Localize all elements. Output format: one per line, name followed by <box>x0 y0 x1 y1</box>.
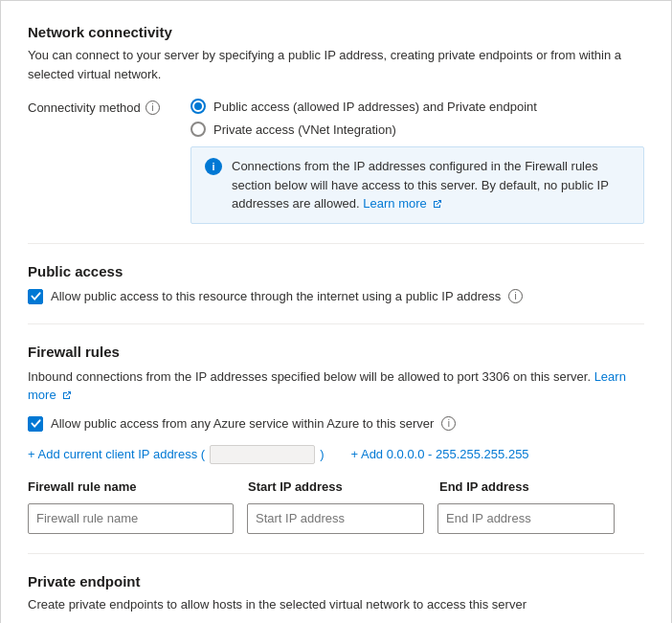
col-header-end: End IP address <box>439 479 631 494</box>
firewall-rule-name-input[interactable] <box>28 503 234 534</box>
client-ip-placeholder <box>210 445 315 464</box>
table-row <box>28 503 644 534</box>
col-header-start: Start IP address <box>248 479 439 494</box>
azure-service-label: Allow public access from any Azure servi… <box>51 416 434 431</box>
firewall-rules-desc: Inbound connections from the IP addresse… <box>28 367 644 405</box>
radio-public-label: Public access (allowed IP addresses) and… <box>213 100 537 114</box>
public-access-checkbox-label: Allow public access to this resource thr… <box>51 289 501 303</box>
network-connectivity-section: Network connectivity You can connect to … <box>28 24 644 224</box>
info-box-text: Connections from the IP addresses config… <box>232 157 630 213</box>
end-ip-address-input[interactable] <box>437 503 615 534</box>
checkmark-icon <box>31 291 41 301</box>
col-header-name: Firewall rule name <box>28 479 248 494</box>
firewall-rules-title: Firewall rules <box>28 344 644 360</box>
connectivity-method-row: Connectivity method i Public access (all… <box>28 99 644 137</box>
add-links-row: + Add current client IP address ( ) + Ad… <box>28 445 644 464</box>
azure-service-info-icon[interactable]: i <box>441 416 456 431</box>
radio-private[interactable] <box>190 122 206 137</box>
public-access-info-icon[interactable]: i <box>508 289 523 303</box>
info-box-learn-more-link[interactable]: Learn more <box>363 196 442 211</box>
add-range-link[interactable]: + Add 0.0.0.0 - 255.255.255.255 <box>350 447 528 461</box>
connectivity-method-info-icon[interactable]: i <box>146 100 160 115</box>
public-access-section: Public access Allow public access to thi… <box>28 263 644 304</box>
private-endpoint-section: Private endpoint Create private endpoint… <box>28 573 644 614</box>
table-headers: Firewall rule name Start IP address End … <box>28 479 644 498</box>
public-access-checkbox[interactable] <box>28 289 43 304</box>
start-ip-address-input[interactable] <box>247 503 424 534</box>
divider-2 <box>28 323 644 324</box>
info-box-icon: i <box>205 158 222 175</box>
private-endpoint-desc: Create private endpoints to allow hosts … <box>28 595 644 614</box>
public-access-checkbox-row: Allow public access to this resource thr… <box>28 289 644 304</box>
radio-option-private[interactable]: Private access (VNet Integration) <box>190 122 537 137</box>
radio-option-public[interactable]: Public access (allowed IP addresses) and… <box>190 99 537 114</box>
network-connectivity-desc: You can connect to your server by specif… <box>28 46 644 83</box>
divider-3 <box>28 553 644 554</box>
divider-1 <box>28 243 644 244</box>
add-client-ip-link[interactable]: + Add current client IP address ( ) <box>28 445 324 464</box>
azure-service-checkbox[interactable] <box>28 416 43 432</box>
azure-checkmark-icon <box>31 418 41 429</box>
connectivity-radio-group: Public access (allowed IP addresses) and… <box>190 99 537 137</box>
main-container: Network connectivity You can connect to … <box>0 0 672 623</box>
firewall-rules-section: Firewall rules Inbound connections from … <box>28 344 644 534</box>
radio-private-label: Private access (VNet Integration) <box>213 122 396 137</box>
info-box: i Connections from the IP addresses conf… <box>190 146 644 224</box>
network-connectivity-title: Network connectivity <box>28 24 644 40</box>
firewall-external-link-icon <box>61 390 72 401</box>
radio-public[interactable] <box>190 99 206 114</box>
external-link-icon <box>432 199 442 210</box>
connectivity-method-label: Connectivity method i <box>28 99 190 115</box>
azure-service-checkbox-row: Allow public access from any Azure servi… <box>28 416 644 432</box>
public-access-title: Public access <box>28 263 644 279</box>
private-endpoint-title: Private endpoint <box>28 573 644 590</box>
